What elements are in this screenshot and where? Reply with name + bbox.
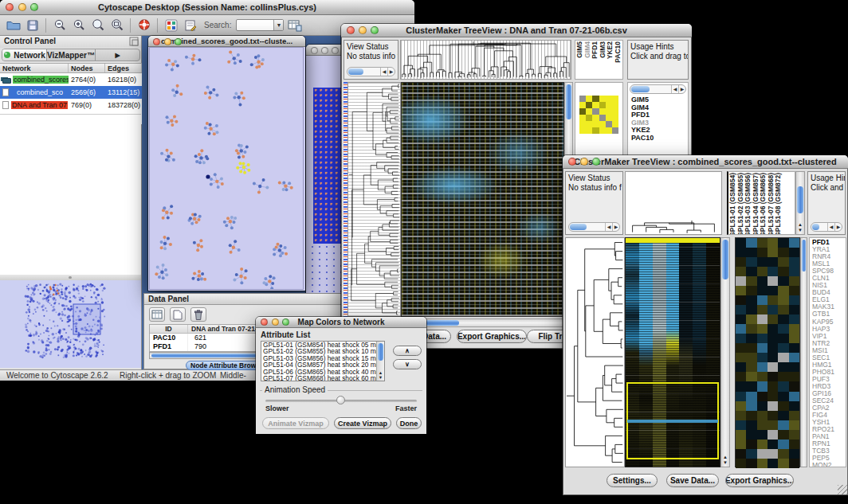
- column-label[interactable]: GPL51-08 (GSM872): [775, 173, 783, 235]
- float-panel-icon[interactable]: [129, 37, 139, 46]
- panel-splitter[interactable]: [0, 275, 141, 280]
- heatmap-v-scrollbar[interactable]: ▲ ▼: [720, 237, 730, 467]
- slider-thumb[interactable]: [336, 396, 345, 404]
- vizmapper-icon[interactable]: [163, 17, 179, 33]
- zoom-heatmap-thumbnail[interactable]: [579, 96, 618, 134]
- close-button[interactable]: [261, 318, 268, 326]
- row-dendrogram[interactable]: [565, 237, 625, 467]
- move-up-button[interactable]: ∧: [393, 346, 422, 356]
- heatmap-global-view[interactable]: [401, 82, 564, 317]
- move-down-button[interactable]: ∨: [393, 359, 422, 369]
- view-status-scrollbar[interactable]: ◀▶: [347, 67, 395, 76]
- close-button[interactable]: [568, 158, 576, 166]
- import-table-icon[interactable]: [286, 17, 303, 33]
- scroll-down-icon[interactable]: ▼: [796, 228, 804, 233]
- open-file-icon[interactable]: [5, 17, 22, 33]
- view-status-scrollbar[interactable]: ◀▶: [568, 222, 620, 232]
- zoom-fit-icon[interactable]: [108, 17, 125, 33]
- scroll-right-icon[interactable]: ▶: [678, 85, 685, 93]
- export-graphics-button[interactable]: Export Graphics...: [457, 330, 527, 343]
- scroll-right-icon[interactable]: ▶: [387, 68, 395, 76]
- zoom-in-icon[interactable]: [70, 17, 87, 33]
- scrollbar-thumb[interactable]: [722, 240, 728, 279]
- attribute-list-scrollbar[interactable]: ▲ ▼: [376, 342, 384, 381]
- minimize-button[interactable]: [272, 318, 279, 326]
- minimize-button[interactable]: [321, 47, 328, 54]
- id-column-header[interactable]: ID: [150, 325, 188, 333]
- column-header[interactable]: Network: [0, 64, 69, 72]
- scroll-left-icon[interactable]: ◀: [380, 68, 387, 76]
- scroll-up-icon[interactable]: ▲: [796, 222, 804, 228]
- search-input[interactable]: ▼: [236, 19, 284, 31]
- scroll-right-icon[interactable]: ▶: [834, 223, 842, 231]
- dialog-title-bar[interactable]: Map Colors to Network: [256, 317, 426, 328]
- minimize-button[interactable]: [164, 38, 171, 45]
- tab-network[interactable]: Network: [2, 49, 47, 61]
- minimize-button[interactable]: [359, 26, 367, 34]
- treeview1-title-bar[interactable]: ClusterMaker TreeView : DNA and Tran 07-…: [341, 24, 692, 37]
- usage-hints-scrollbar[interactable]: ◀▶: [811, 222, 842, 232]
- row-label[interactable]: PAC10: [631, 135, 654, 143]
- zoom-v-scrollbar[interactable]: [800, 237, 807, 467]
- minimize-button[interactable]: [18, 3, 26, 11]
- heatmap-h-scrollbar[interactable]: [401, 318, 573, 327]
- labels-v-scrollbar[interactable]: ▲ ▼: [795, 171, 805, 235]
- save-icon[interactable]: [24, 17, 41, 33]
- minimize-button[interactable]: [580, 158, 588, 166]
- gene-label[interactable]: MON2: [812, 462, 846, 467]
- help-lifering-icon[interactable]: [135, 17, 152, 33]
- annotation-icon[interactable]: [182, 17, 198, 33]
- close-button[interactable]: [311, 47, 318, 54]
- close-button[interactable]: [153, 38, 160, 45]
- scroll-up-icon[interactable]: ▲: [721, 455, 729, 460]
- save-data-button[interactable]: Save Data...: [666, 474, 719, 487]
- search-dropdown-arrow[interactable]: ▼: [273, 20, 283, 30]
- close-button[interactable]: [347, 26, 355, 34]
- tab-vizmapper[interactable]: VizMapper™: [47, 49, 95, 61]
- attribute-item[interactable]: GPL51-07 (GSM868) heat shock 60 min: [261, 375, 384, 381]
- scroll-left-icon[interactable]: ◀: [605, 223, 612, 231]
- tab-overflow-arrow[interactable]: ▶: [95, 49, 139, 61]
- scrollbar-thumb[interactable]: [797, 186, 803, 213]
- heatmap-global-view[interactable]: [625, 237, 720, 467]
- zoom-button[interactable]: [371, 26, 379, 34]
- network-row[interactable]: DNA and Tran 07769(0)183728(0): [0, 99, 142, 111]
- network-canvas[interactable]: [149, 47, 304, 290]
- zoom-button[interactable]: [30, 3, 38, 11]
- new-attribute-icon[interactable]: [170, 307, 186, 322]
- column-header[interactable]: Edges: [105, 64, 142, 72]
- column-header[interactable]: Nodes: [69, 64, 105, 72]
- main-title-bar[interactable]: Cytoscape Desktop (Session Name: collins…: [0, 0, 414, 15]
- zoom-button[interactable]: [175, 38, 182, 45]
- create-vizmap-button[interactable]: Create Vizmap: [334, 417, 391, 429]
- scroll-down-icon[interactable]: ▼: [721, 460, 729, 466]
- attribute-list[interactable]: GPL51-01 (GSM854) heat shock 05 minGPL51…: [261, 341, 385, 381]
- delete-attribute-trash-icon[interactable]: [190, 307, 206, 322]
- network-overview-panel[interactable]: [0, 280, 141, 368]
- resize-grip[interactable]: [838, 485, 847, 494]
- zoom-out-icon[interactable]: [51, 17, 68, 33]
- settings-button[interactable]: Settings...: [607, 474, 658, 487]
- node-attribute-browser-button[interactable]: Node Attribute Brows: [186, 361, 265, 370]
- column-label[interactable]: PAC10: [614, 41, 622, 63]
- scrollbar-thumb[interactable]: [378, 343, 383, 361]
- scroll-right-icon[interactable]: ▶: [612, 223, 619, 231]
- network-row[interactable]: combined_scores2764(0)16218(0): [0, 73, 142, 86]
- export-graphics-button[interactable]: Export Graphics...: [725, 474, 794, 487]
- heatmap-zoom-view[interactable]: [735, 237, 800, 467]
- network-window-title-bar[interactable]: combined_scores_good.txt--cluste...: [148, 36, 305, 47]
- background-network-window[interactable]: [306, 45, 344, 293]
- row-dendrogram[interactable]: [347, 82, 401, 317]
- column-dendrogram[interactable]: [400, 40, 571, 80]
- attribute-table-icon[interactable]: [149, 307, 165, 322]
- zoom-button[interactable]: [592, 158, 600, 166]
- scroll-left-icon[interactable]: ◀: [827, 223, 834, 231]
- animation-speed-slider[interactable]: [265, 400, 417, 402]
- done-button[interactable]: Done: [396, 417, 422, 429]
- treeview2-title-bar[interactable]: ClusterMaker TreeView : combined_scores_…: [563, 155, 848, 169]
- scroll-left-icon[interactable]: ◀: [671, 85, 678, 93]
- zoom-selected-icon[interactable]: [89, 17, 106, 33]
- background-window-title-bar[interactable]: [306, 45, 344, 56]
- dense-network-grid[interactable]: [313, 88, 343, 244]
- network-row[interactable]: combined_sco2569(6)13112(15): [0, 86, 142, 99]
